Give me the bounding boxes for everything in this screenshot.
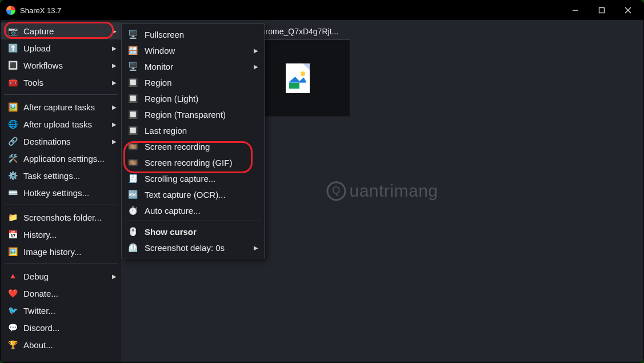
menu-image-history-icon: 🖼️ bbox=[7, 247, 18, 256]
menu-history[interactable]: 📅History... bbox=[1, 226, 121, 243]
sm-delay[interactable]: ⏲️Screenshot delay: 0s▶ bbox=[122, 240, 264, 256]
sm-last-region-label: Last region bbox=[145, 126, 187, 135]
chevron-right-icon: ▶ bbox=[254, 47, 258, 54]
sm-window-icon: 🪟 bbox=[127, 46, 138, 55]
menu-destinations-icon: 🔗 bbox=[7, 137, 18, 146]
chevron-right-icon: ▶ bbox=[254, 63, 258, 70]
menu-about[interactable]: 🏆About... bbox=[1, 336, 121, 353]
maximize-button[interactable] bbox=[589, 1, 615, 20]
sm-show-cursor[interactable]: 🖱️Show cursor bbox=[122, 224, 264, 240]
sm-screen-recording-gif-label: Screen recording (GIF) bbox=[145, 158, 232, 167]
sm-show-cursor-icon: 🖱️ bbox=[127, 227, 138, 236]
menu-donate-icon: ❤️ bbox=[7, 289, 18, 298]
menu-task-settings[interactable]: ⚙️Task settings... bbox=[1, 167, 121, 184]
app-window: ShareX 13.7 📷Capture▶⬆️Upload▶🔳Workflows… bbox=[0, 0, 644, 363]
image-file-icon bbox=[286, 63, 310, 93]
sm-region-transparent-label: Region (Transparent) bbox=[145, 110, 226, 119]
sm-screen-recording-icon: 🎞️ bbox=[127, 142, 138, 151]
menu-upload[interactable]: ⬆️Upload▶ bbox=[1, 39, 121, 57]
sm-region-label: Region bbox=[145, 78, 172, 87]
sm-screen-recording-label: Screen recording bbox=[145, 142, 210, 151]
menu-twitter[interactable]: 🐦Twitter... bbox=[1, 302, 121, 319]
chevron-right-icon: ▶ bbox=[112, 138, 117, 145]
sm-ocr-icon: 🔤 bbox=[127, 190, 138, 199]
sm-region-icon: 🔲 bbox=[127, 78, 138, 87]
menu-after-upload[interactable]: 🌐After upload tasks▶ bbox=[1, 115, 121, 133]
sm-screen-recording[interactable]: 🎞️Screen recording bbox=[122, 138, 264, 154]
minimize-button[interactable] bbox=[562, 1, 589, 20]
sm-last-region[interactable]: 🔲Last region bbox=[122, 122, 264, 138]
sm-scrolling[interactable]: 🧾Scrolling capture... bbox=[122, 170, 264, 186]
sm-monitor-label: Monitor bbox=[145, 62, 173, 71]
menu-tools-label: Tools bbox=[23, 78, 43, 87]
menu-tools-icon: 🧰 bbox=[7, 78, 18, 87]
chevron-right-icon: ▶ bbox=[112, 121, 117, 127]
watermark-text: uantrimang bbox=[349, 181, 438, 201]
chevron-right-icon: ▶ bbox=[112, 79, 117, 86]
svg-rect-1 bbox=[599, 8, 605, 13]
menu-separator bbox=[4, 94, 118, 95]
menu-workflows[interactable]: 🔳Workflows▶ bbox=[1, 57, 121, 74]
sm-region-light-icon: 🔲 bbox=[127, 94, 138, 103]
menu-hotkey-settings-label: Hotkey settings... bbox=[23, 188, 89, 198]
menu-after-capture[interactable]: 🖼️After capture tasks▶ bbox=[1, 98, 121, 115]
menu-app-settings-icon: 🛠️ bbox=[7, 154, 18, 163]
sm-region-transparent[interactable]: 🔲Region (Transparent) bbox=[122, 106, 264, 122]
menu-screenshots-folder-icon: 📁 bbox=[7, 213, 18, 222]
menu-about-label: About... bbox=[23, 340, 53, 350]
sm-window[interactable]: 🪟Window▶ bbox=[122, 42, 264, 58]
thumb-chrome-title: chrome_Q7xD4g7Rjt... bbox=[257, 27, 338, 36]
menu-tools[interactable]: 🧰Tools▶ bbox=[1, 74, 121, 91]
sm-monitor[interactable]: 🖥️Monitor▶ bbox=[122, 58, 264, 74]
menu-capture[interactable]: 📷Capture▶ bbox=[1, 22, 121, 39]
sm-screen-recording-gif[interactable]: 🎞️Screen recording (GIF) bbox=[122, 154, 264, 170]
menu-donate[interactable]: ❤️Donate... bbox=[1, 285, 121, 302]
menu-destinations[interactable]: 🔗Destinations▶ bbox=[1, 133, 121, 150]
capture-submenu: 🖥️Fullscreen🪟Window▶🖥️Monitor▶🔲Region🔲Re… bbox=[121, 23, 265, 258]
menu-discord-icon: 💬 bbox=[7, 323, 18, 332]
sm-region-light[interactable]: 🔲Region (Light) bbox=[122, 90, 264, 106]
menu-after-capture-icon: 🖼️ bbox=[7, 102, 18, 111]
sm-delay-icon: ⏲️ bbox=[127, 243, 138, 252]
menu-twitter-icon: 🐦 bbox=[7, 306, 18, 315]
app-logo-icon bbox=[6, 6, 15, 15]
menu-after-capture-label: After capture tasks bbox=[23, 102, 95, 112]
close-button[interactable] bbox=[615, 1, 641, 20]
menu-task-settings-icon: ⚙️ bbox=[7, 171, 18, 180]
menu-after-upload-label: After upload tasks bbox=[23, 119, 92, 129]
sm-show-cursor-label: Show cursor bbox=[145, 227, 197, 237]
menu-history-icon: 📅 bbox=[7, 230, 18, 239]
watermark: Q uantrimang bbox=[326, 181, 438, 201]
menu-upload-label: Upload bbox=[23, 43, 51, 53]
chevron-right-icon: ▶ bbox=[112, 62, 117, 69]
sm-auto-label: Auto capture... bbox=[145, 206, 201, 216]
sm-ocr[interactable]: 🔤Text capture (OCR)... bbox=[122, 186, 264, 202]
sm-region-transparent-icon: 🔲 bbox=[127, 110, 138, 119]
menu-twitter-label: Twitter... bbox=[23, 306, 55, 316]
menu-app-settings[interactable]: 🛠️Application settings... bbox=[1, 150, 121, 167]
menu-capture-icon: 📷 bbox=[7, 26, 18, 35]
menu-upload-icon: ⬆️ bbox=[7, 43, 18, 53]
sm-auto[interactable]: ⏱️Auto capture... bbox=[122, 202, 264, 218]
sm-region[interactable]: 🔲Region bbox=[122, 74, 264, 90]
menu-screenshots-folder[interactable]: 📁Screenshots folder... bbox=[1, 209, 121, 226]
sm-monitor-icon: 🖥️ bbox=[127, 62, 138, 71]
chevron-right-icon: ▶ bbox=[254, 245, 258, 251]
sm-fullscreen[interactable]: 🖥️Fullscreen bbox=[122, 26, 264, 42]
sm-fullscreen-label: Fullscreen bbox=[145, 30, 184, 39]
menu-task-settings-label: Task settings... bbox=[23, 171, 80, 181]
chevron-right-icon: ▶ bbox=[112, 28, 117, 34]
sm-window-label: Window bbox=[145, 46, 175, 55]
menu-discord[interactable]: 💬Discord... bbox=[1, 319, 121, 336]
chevron-right-icon: ▶ bbox=[112, 273, 117, 280]
menu-separator bbox=[4, 264, 118, 264]
sm-fullscreen-icon: 🖥️ bbox=[127, 30, 138, 39]
menu-discord-label: Discord... bbox=[23, 323, 59, 333]
menu-image-history[interactable]: 🖼️Image history... bbox=[1, 243, 121, 260]
menu-screenshots-folder-label: Screenshots folder... bbox=[23, 213, 102, 222]
menu-hotkey-settings[interactable]: ⌨️Hotkey settings... bbox=[1, 184, 121, 201]
menu-donate-label: Donate... bbox=[23, 289, 58, 298]
sm-region-light-label: Region (Light) bbox=[145, 94, 198, 103]
submenu-separator bbox=[125, 221, 261, 221]
menu-debug[interactable]: 🔺Debug▶ bbox=[1, 268, 121, 285]
